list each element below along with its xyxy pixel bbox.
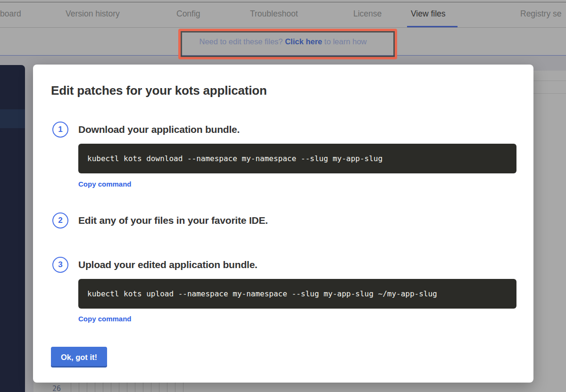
upload-command-text: kubectl kots upload --namespace my-names… (87, 289, 437, 298)
download-command-block: kubectl kots download --namespace my-nam… (78, 144, 516, 173)
modal-title: Edit patches for your kots application (51, 83, 267, 98)
step-3-heading: Upload your edited application bundle. (78, 259, 258, 270)
step-3-row: 3 Upload your edited application bundle. (52, 257, 258, 273)
edit-patches-modal: Edit patches for your kots application 1… (33, 65, 533, 383)
copy-upload-command-link[interactable]: Copy command (78, 315, 132, 323)
step-2-number-badge: 2 (52, 212, 68, 229)
step-1-row: 1 Download your application bundle. (52, 122, 240, 138)
annotation-highlight-box (178, 29, 397, 59)
step-1-heading: Download your application bundle. (78, 124, 240, 135)
ok-got-it-button[interactable]: Ok, got it! (51, 347, 107, 368)
step-3-number-badge: 3 (52, 257, 68, 273)
step-2-number: 2 (58, 216, 62, 225)
download-command-text: kubectl kots download --namespace my-nam… (87, 154, 383, 163)
step-1-number: 1 (58, 125, 62, 134)
copy-download-command-link[interactable]: Copy command (78, 180, 132, 188)
step-3-number: 3 (58, 260, 62, 270)
step-2-row: 2 Edit any of your files in your favorit… (52, 212, 268, 229)
step-2-heading: Edit any of your files in your favorite … (78, 215, 268, 226)
step-1-number-badge: 1 (52, 122, 68, 138)
app-window: board Version history Config Troubleshoo… (0, 0, 566, 392)
upload-command-block: kubectl kots upload --namespace my-names… (78, 279, 516, 309)
